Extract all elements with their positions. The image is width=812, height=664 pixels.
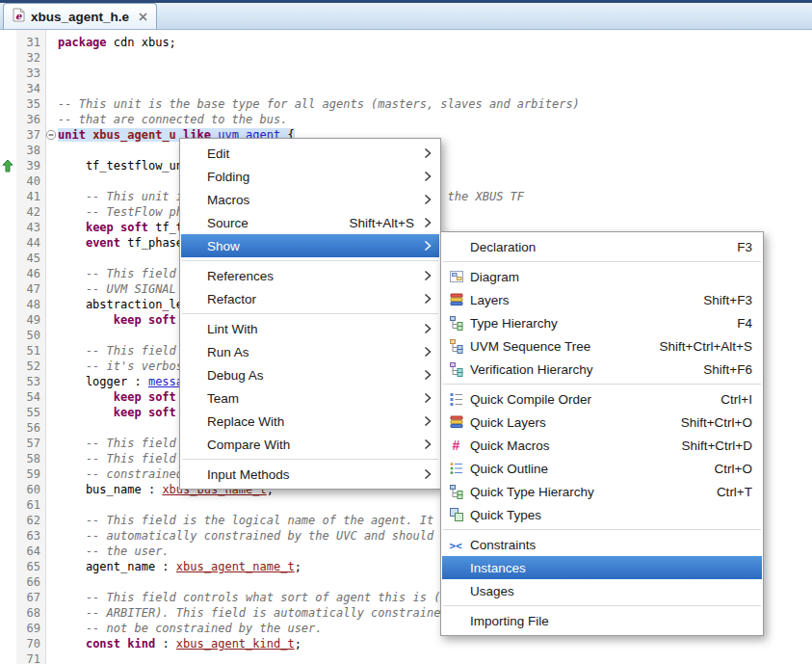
code-line-33[interactable]: 33 <box>0 66 812 81</box>
menu-item-label: Input Methods <box>207 467 290 482</box>
fold-gutter-cell <box>45 389 58 405</box>
menu-shortcut: F3 <box>714 240 752 254</box>
line-number: 63 <box>16 528 45 544</box>
code-line-text <box>58 651 812 664</box>
line-number: 53 <box>16 374 45 389</box>
annotation-gutter-cell <box>0 605 16 621</box>
annotation-gutter-cell <box>0 297 16 312</box>
code-line-34[interactable]: 34 <box>0 81 812 96</box>
submenu-chevron-icon <box>424 438 432 450</box>
line-number: 35 <box>16 96 45 112</box>
line-number: 66 <box>16 574 45 590</box>
submenu-chevron-icon <box>424 194 432 205</box>
menu-item-constraints[interactable]: ><Constraints <box>442 533 762 556</box>
menu-item-label: Edit <box>207 146 229 161</box>
code-line-text <box>58 66 812 81</box>
fold-gutter-cell <box>45 328 58 343</box>
menu-item-verification-hierarchy[interactable]: Verification HierarchyShift+F6 <box>442 358 762 381</box>
menu-item-quick-layers[interactable]: Quick LayersShift+Ctrl+O <box>442 411 762 434</box>
code-line-36[interactable]: 36-- that are connected to the bus. <box>0 112 812 127</box>
annotation-gutter-cell <box>0 405 16 420</box>
code-line-32[interactable]: 32 <box>0 50 812 66</box>
menu-item-run-as[interactable]: Run As <box>181 340 439 363</box>
layers-icon <box>448 292 465 307</box>
menu-item-quick-types[interactable]: Quick Types <box>442 503 762 526</box>
fold-gutter-cell <box>45 66 58 81</box>
menu-item-source[interactable]: SourceShift+Alt+S <box>181 211 439 234</box>
menu-item-label: Type Hierarchy <box>470 316 558 331</box>
line-number: 70 <box>16 636 45 651</box>
menu-separator <box>182 313 438 314</box>
annotation-gutter-cell <box>0 544 16 559</box>
code-line-35[interactable]: 35-- This unit is the base type for all … <box>0 96 812 112</box>
menu-item-input-methods[interactable]: Input Methods <box>181 463 439 486</box>
menu-item-importing-file[interactable]: Importing File <box>442 609 762 632</box>
annotation-gutter-cell <box>0 312 16 328</box>
code-line-31[interactable]: 31package cdn xbus; <box>0 35 812 50</box>
menu-separator <box>443 529 761 530</box>
menu-separator <box>182 459 438 460</box>
quick-layers-icon <box>448 414 465 430</box>
editor-tab-bar: e xbus_agent_h.e <box>0 0 812 30</box>
menu-item-macros[interactable]: Macros <box>181 188 439 211</box>
annotation-gutter-cell <box>0 651 16 664</box>
annotation-gutter-cell <box>0 420 16 436</box>
submenu-chevron-icon <box>424 171 432 182</box>
menu-item-refactor[interactable]: Refactor <box>181 287 439 310</box>
submenu-chevron-icon <box>424 468 432 480</box>
menu-item-declaration[interactable]: DeclarationF3 <box>442 235 762 258</box>
line-number: 32 <box>16 50 45 66</box>
menu-item-folding[interactable]: Folding <box>181 165 439 188</box>
menu-item-team[interactable]: Team <box>181 386 439 410</box>
fold-gutter-cell <box>45 405 58 420</box>
line-number: 51 <box>16 343 45 359</box>
tab-close-icon[interactable] <box>139 13 147 21</box>
menu-item-quick-macros[interactable]: #Quick MacrosShift+Ctrl+D <box>442 434 762 457</box>
fold-gutter-cell <box>45 112 58 127</box>
code-line-71[interactable]: 71 <box>0 651 812 664</box>
menu-item-label: Importing File <box>470 614 549 628</box>
line-number: 31 <box>16 35 45 50</box>
line-number: 57 <box>16 436 45 451</box>
menu-item-edit[interactable]: Edit <box>181 142 439 165</box>
menu-item-label: References <box>207 269 274 283</box>
menu-item-uvm-sequence-tree[interactable]: UVM Sequence TreeShift+Ctrl+Alt+S <box>442 334 762 358</box>
menu-item-replace-with[interactable]: Replace With <box>181 410 439 433</box>
menu-item-quick-compile-order[interactable]: Quick Compile OrderCtrl+I <box>442 387 762 411</box>
tab-title: xbus_agent_h.e <box>31 10 129 24</box>
menu-item-quick-type-hierarchy[interactable]: Quick Type HierarchyCtrl+T <box>442 480 762 503</box>
menu-item-instances[interactable]: Instances <box>442 556 762 579</box>
annotation-gutter-cell <box>0 81 16 96</box>
editor-tab-xbus-agent-h-e[interactable]: e xbus_agent_h.e <box>3 3 157 29</box>
menu-item-layers[interactable]: LayersShift+F3 <box>442 288 762 311</box>
menu-item-debug-as[interactable]: Debug As <box>181 363 439 386</box>
annotation-gutter-cell <box>0 359 16 374</box>
annotation-gutter-cell <box>0 343 16 359</box>
annotation-gutter-cell <box>0 235 16 251</box>
fold-gutter-cell <box>45 605 58 621</box>
annotation-gutter-cell <box>0 173 16 189</box>
annotation-gutter-cell <box>0 251 16 266</box>
line-number: 45 <box>16 251 45 266</box>
menu-item-references[interactable]: References <box>181 264 439 287</box>
fold-gutter-cell <box>45 436 58 451</box>
code-line-70[interactable]: 70 const kind : xbus_agent_kind_t; <box>0 636 812 651</box>
menu-item-quick-outline[interactable]: Quick OutlineCtrl+O <box>442 457 762 480</box>
menu-item-compare-with[interactable]: Compare With <box>181 433 439 456</box>
menu-item-diagram[interactable]: Diagram <box>442 265 762 288</box>
fold-gutter-cell <box>45 81 58 96</box>
menu-item-type-hierarchy[interactable]: Type HierarchyF4 <box>442 311 762 334</box>
line-number: 62 <box>16 513 45 528</box>
menu-shortcut: Shift+Ctrl+Alt+S <box>637 339 752 354</box>
fold-gutter-cell <box>45 466 58 482</box>
menu-item-lint-with[interactable]: Lint With <box>181 317 439 340</box>
annotation-gutter-cell <box>0 590 16 605</box>
annotation-gutter-cell <box>0 451 16 466</box>
green-arrow-marker-icon <box>0 158 16 173</box>
menu-item-show[interactable]: Show <box>181 234 439 257</box>
fold-gutter-cell <box>45 96 58 112</box>
fold-collapse-icon[interactable] <box>45 127 58 143</box>
menu-item-usages[interactable]: Usages <box>442 579 762 602</box>
svg-text:#: # <box>453 438 460 453</box>
menu-shortcut: Ctrl+I <box>697 392 752 407</box>
